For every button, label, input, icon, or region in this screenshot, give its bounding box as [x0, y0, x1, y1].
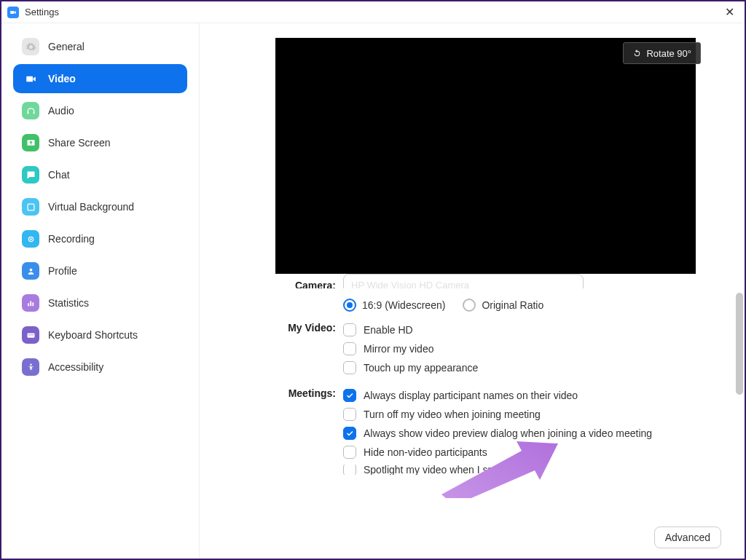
keyboard-icon [22, 326, 39, 344]
ratio-original-radio[interactable]: Original Ratio [463, 299, 543, 312]
sidebar-item-label: Video [48, 73, 76, 84]
touchup-checkbox[interactable]: Touch up my appearance [343, 361, 737, 374]
stats-icon [22, 294, 39, 312]
chat-icon [22, 166, 39, 184]
sidebar-item-keyboard-shortcuts[interactable]: Keyboard Shortcuts [13, 320, 187, 350]
checkbox-unchecked-icon [343, 408, 356, 421]
svg-point-2 [30, 238, 32, 240]
hide-nonvideo-checkbox[interactable]: Hide non-video participants [343, 446, 737, 459]
show-preview-dialog-checkbox[interactable]: Always show video preview dialog when jo… [343, 427, 737, 440]
sidebar-item-general[interactable]: General [13, 32, 187, 61]
video-icon [22, 70, 39, 87]
sidebar-item-label: Statistics [48, 297, 89, 309]
turnoff-video-joining-checkbox[interactable]: Turn off my video when joining meeting [343, 408, 737, 421]
enable-hd-checkbox[interactable]: Enable HD [343, 323, 737, 336]
accessibility-icon [22, 358, 39, 376]
checkbox-unchecked-icon [343, 465, 356, 475]
sidebar-item-label: General [48, 41, 85, 52]
checkbox-checked-icon [343, 389, 356, 402]
sidebar-item-label: Audio [48, 105, 74, 117]
spotlight-checkbox[interactable]: Spotlight my video when I speak [343, 465, 737, 475]
record-icon [22, 230, 39, 248]
rotate-button[interactable]: Rotate 90° [623, 42, 701, 64]
sidebar-item-label: Chat [48, 169, 70, 181]
rotate-icon [632, 49, 642, 58]
always-display-names-checkbox[interactable]: Always display participant names on thei… [343, 389, 737, 402]
meetings-label: Meetings: [275, 382, 343, 399]
sidebar-item-audio[interactable]: Audio [13, 96, 187, 125]
checkbox-unchecked-icon [343, 342, 356, 355]
sidebar-item-label: Virtual Background [48, 201, 134, 213]
camera-label: Camera: [275, 274, 343, 288]
app-icon [7, 7, 19, 18]
mirror-video-checkbox[interactable]: Mirror my video [343, 342, 737, 355]
sidebar-item-label: Share Screen [48, 137, 111, 149]
sidebar-item-label: Profile [48, 265, 77, 277]
titlebar: Settings ✕ [1, 1, 745, 23]
radio-unchecked-icon [463, 299, 476, 312]
ratio-widescreen-radio[interactable]: 16:9 (Widescreen) [343, 299, 445, 312]
svg-rect-5 [28, 334, 29, 335]
advanced-button[interactable]: Advanced [654, 527, 721, 548]
svg-rect-0 [28, 204, 34, 210]
gear-icon [22, 38, 39, 55]
rotate-label: Rotate 90° [646, 48, 691, 59]
main-panel: Rotate 90° Camera: HP Wide Vision HD Cam… [200, 23, 745, 559]
sidebar-item-video[interactable]: Video [13, 64, 187, 93]
headphones-icon [22, 102, 39, 119]
sidebar: General Video Audio Share Screen Chat [1, 23, 200, 559]
checkbox-unchecked-icon [343, 361, 356, 374]
sidebar-item-label: Recording [48, 233, 95, 245]
close-button[interactable]: ✕ [721, 5, 739, 19]
scrollbar[interactable] [736, 293, 743, 395]
svg-rect-6 [30, 334, 31, 335]
virtual-background-icon [22, 198, 39, 216]
window-title: Settings [25, 7, 59, 17]
camera-select[interactable]: HP Wide Vision HD Camera [343, 274, 584, 288]
svg-point-8 [30, 363, 32, 366]
checkbox-checked-icon [343, 427, 356, 440]
radio-checked-icon [343, 299, 356, 312]
sidebar-item-share-screen[interactable]: Share Screen [13, 128, 187, 157]
sidebar-item-label: Accessibility [48, 361, 103, 373]
sidebar-item-statistics[interactable]: Statistics [13, 288, 187, 318]
sidebar-item-virtual-background[interactable]: Virtual Background [13, 192, 187, 221]
share-screen-icon [22, 134, 39, 151]
svg-rect-7 [32, 334, 33, 335]
video-preview [275, 38, 696, 274]
sidebar-item-chat[interactable]: Chat [13, 160, 187, 189]
sidebar-item-profile[interactable]: Profile [13, 256, 187, 285]
checkbox-unchecked-icon [343, 323, 356, 336]
svg-point-3 [29, 268, 32, 271]
sidebar-item-accessibility[interactable]: Accessibility [13, 352, 187, 382]
sidebar-item-label: Keyboard Shortcuts [48, 329, 138, 341]
checkbox-unchecked-icon [343, 446, 356, 459]
my-video-label: My Video: [275, 316, 343, 334]
sidebar-item-recording[interactable]: Recording [13, 224, 187, 253]
profile-icon [22, 262, 39, 280]
